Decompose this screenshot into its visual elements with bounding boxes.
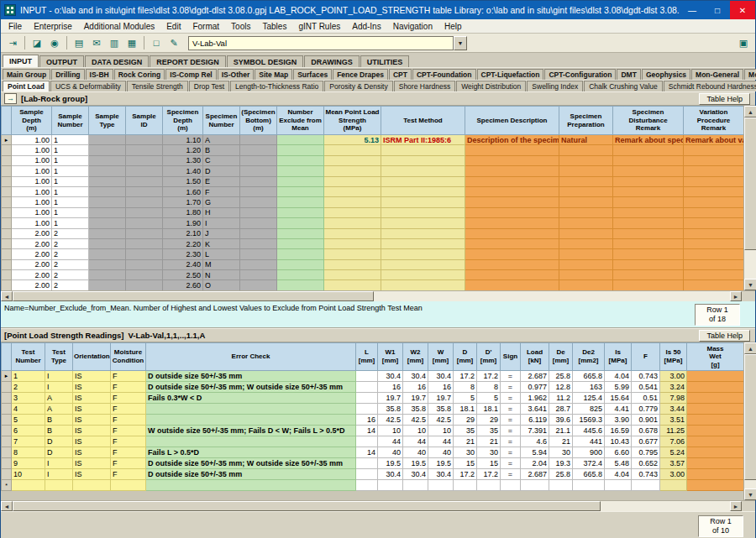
table-cell[interactable]: 1.00 (12, 197, 52, 207)
table-cell[interactable]: 1 (12, 371, 45, 382)
table-cell[interactable]: IS (73, 436, 111, 447)
tab-utilities[interactable]: UTILITIES (360, 55, 410, 67)
table-cell[interactable]: 2 (52, 270, 89, 280)
table-cell[interactable] (240, 176, 277, 186)
table-cell[interactable] (684, 249, 744, 259)
scroll-right-icon[interactable]: ► (730, 291, 742, 301)
table-cell[interactable]: 30.4 (378, 371, 403, 382)
table-tab-shore-hardness[interactable]: Shore Hardness (394, 81, 455, 91)
table-cell[interactable] (89, 135, 126, 145)
table-cell[interactable] (454, 480, 477, 491)
table-cell[interactable] (126, 259, 163, 269)
scroll-left-icon[interactable]: ◄ (1, 501, 13, 511)
table-cell[interactable]: 30.4 (378, 469, 403, 480)
table-cell[interactable]: D (45, 436, 73, 447)
table-cell[interactable]: 35 (454, 426, 477, 436)
table-cell[interactable] (381, 218, 465, 228)
table-cell[interactable] (381, 280, 465, 290)
table-cell[interactable] (126, 135, 163, 145)
table-cell[interactable]: 15 (454, 458, 477, 469)
table-cell[interactable] (356, 382, 378, 393)
table-cell[interactable]: 1.00 (12, 166, 52, 176)
table-cell[interactable]: A (203, 135, 240, 145)
table-cell[interactable]: 1.40 (163, 166, 203, 176)
table-cell[interactable] (126, 155, 163, 165)
table-cell[interactable]: 1 (52, 186, 89, 196)
table-cell[interactable] (324, 207, 381, 217)
table-cell[interactable] (613, 249, 684, 259)
row-indicator[interactable] (2, 415, 12, 426)
table-cell[interactable]: 1.00 (12, 145, 52, 155)
table-cell[interactable]: 2.00 (12, 280, 52, 290)
table-cell[interactable] (613, 280, 684, 290)
table-cell[interactable]: 1 (52, 207, 89, 217)
table-cell[interactable] (613, 155, 684, 165)
table-cell[interactable]: 7.391 (521, 426, 549, 436)
table-cell[interactable] (559, 228, 613, 238)
lower-vscroll-thumb[interactable] (744, 354, 756, 480)
table-cell[interactable]: 19.5 (378, 458, 403, 469)
close-button[interactable]: ✕ (730, 1, 755, 19)
table-cell[interactable]: 1.80 (163, 207, 203, 217)
table-cell[interactable]: F (111, 415, 146, 426)
table-cell[interactable] (277, 186, 324, 196)
table-cell[interactable] (12, 480, 45, 491)
table-cell[interactable]: 1.20 (163, 145, 203, 155)
table-cell[interactable]: J (203, 228, 240, 238)
menu-edit[interactable]: Edit (160, 21, 186, 32)
table-cell[interactable]: IS (73, 404, 111, 415)
table-cell[interactable] (89, 155, 126, 165)
table-cell[interactable] (381, 155, 465, 165)
table-cell[interactable]: I (45, 469, 73, 480)
table-cell[interactable] (465, 238, 559, 248)
table-cell[interactable] (146, 436, 356, 447)
table-cell[interactable]: 4.04 (605, 371, 632, 382)
row-indicator[interactable] (2, 207, 12, 217)
row-indicator[interactable] (2, 249, 12, 259)
table-cell[interactable] (687, 415, 744, 426)
row-indicator[interactable] (2, 218, 12, 228)
table-cell[interactable] (277, 145, 324, 155)
tab-symbol-design[interactable]: SYMBOL DESIGN (227, 55, 303, 67)
table-cell[interactable] (277, 238, 324, 248)
table-cell[interactable] (684, 176, 744, 186)
table-cell[interactable] (684, 238, 744, 248)
table-cell[interactable]: 10 (403, 426, 428, 436)
value-combo-field[interactable]: V-Lab-Val (188, 36, 454, 50)
table-cell[interactable]: Natural (559, 135, 613, 145)
table-cell[interactable]: 1 (52, 197, 89, 207)
table-cell[interactable]: 2.00 (12, 228, 52, 238)
table-cell[interactable]: 2 (52, 280, 89, 290)
table-cell[interactable]: O (203, 280, 240, 290)
value-combo[interactable]: V-Lab-Val ▼ (188, 36, 467, 50)
table-tab-weight-distribution[interactable]: Weight Distribution (456, 81, 526, 91)
table-cell[interactable]: 3.641 (521, 404, 549, 415)
tab-report-design[interactable]: REPORT DESIGN (150, 55, 226, 67)
table-cell[interactable] (146, 415, 356, 426)
table-cell[interactable]: 825 (573, 404, 605, 415)
table-cell[interactable]: 3.00 (660, 469, 687, 480)
table-cell[interactable]: 1 (52, 218, 89, 228)
edit-doc-icon[interactable]: ✎ (165, 35, 182, 50)
table-cell[interactable]: 2.687 (521, 371, 549, 382)
table-cell[interactable]: 5.24 (660, 447, 687, 458)
table-cell[interactable]: 10 (428, 426, 454, 436)
table-cell[interactable]: 19.7 (403, 393, 428, 404)
table-cell[interactable]: 19.7 (428, 393, 454, 404)
table-cell[interactable] (277, 155, 324, 165)
table-cell[interactable]: 17.2 (454, 371, 477, 382)
table-cell[interactable]: 3.57 (660, 458, 687, 469)
table-cell[interactable] (240, 197, 277, 207)
table-cell[interactable]: 6.60 (605, 447, 632, 458)
row-indicator[interactable]: * (2, 480, 12, 491)
table-cell[interactable] (73, 480, 111, 491)
table-cell[interactable]: 28.7 (549, 404, 573, 415)
table-cell[interactable]: F (111, 393, 146, 404)
scroll-up-icon[interactable]: ▲ (744, 106, 756, 118)
table-cell[interactable]: 5.94 (521, 447, 549, 458)
table-cell[interactable]: 6 (12, 426, 45, 436)
table-cell[interactable]: 2.10 (163, 228, 203, 238)
table-cell[interactable] (559, 166, 613, 176)
table-cell[interactable]: 1.00 (12, 155, 52, 165)
table-cell[interactable]: 10 (378, 426, 403, 436)
